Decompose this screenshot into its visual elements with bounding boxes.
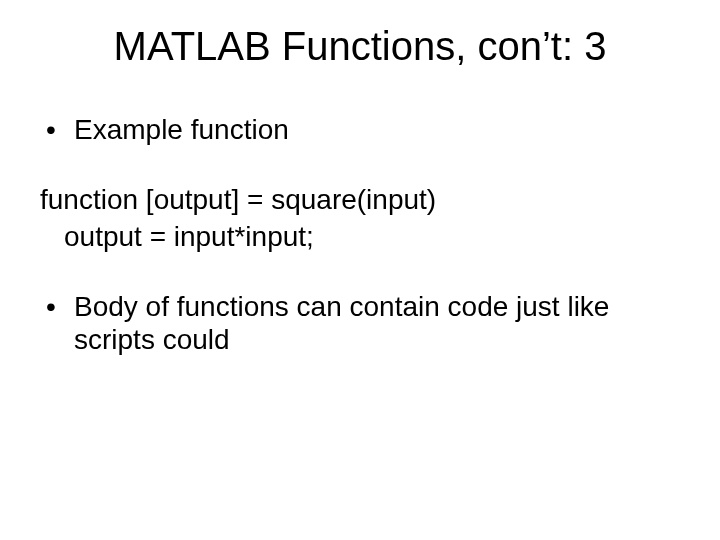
bullet-item: Body of functions can contain code just … bbox=[40, 290, 680, 357]
slide: MATLAB Functions, con’t: 3 Example funct… bbox=[0, 0, 720, 540]
code-line: function [output] = square(input) bbox=[40, 183, 680, 217]
code-block: function [output] = square(input) output… bbox=[40, 183, 680, 254]
bullet-list: Body of functions can contain code just … bbox=[40, 290, 680, 357]
slide-body: Example function function [output] = squ… bbox=[40, 113, 680, 357]
bullet-item: Example function bbox=[40, 113, 680, 147]
code-line: output = input*input; bbox=[40, 220, 680, 254]
slide-title: MATLAB Functions, con’t: 3 bbox=[40, 24, 680, 69]
bullet-list: Example function bbox=[40, 113, 680, 147]
